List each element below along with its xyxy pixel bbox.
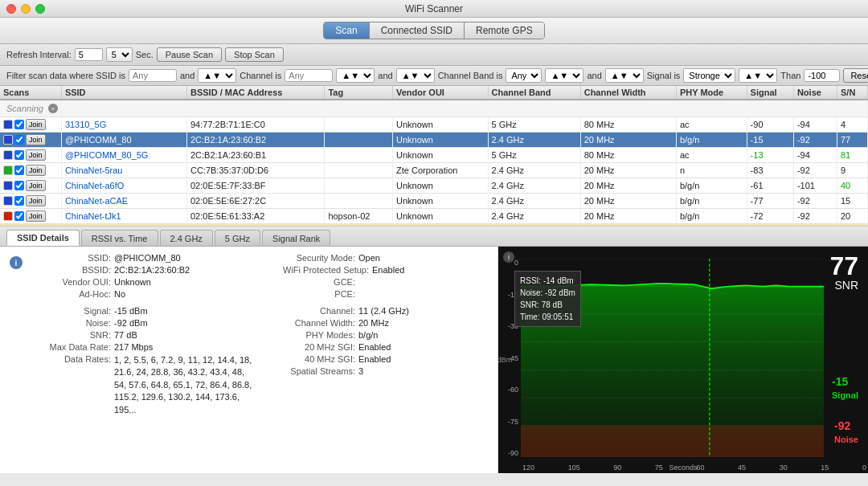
chanwidth-value: 20 MHz [358,318,389,328]
col-vendor: Vendor OUI [393,86,489,100]
cell-scan: Join [0,133,61,148]
cell-signal: -90 [747,117,793,133]
cell-scan: Join [0,209,61,224]
pause-scan-button[interactable]: Pause Scan [157,47,222,62]
cell-bssid: 02:0E:5E:6E:27:2C [186,194,324,209]
chart-signal-label: Signal [832,390,858,400]
cell-scan: Join [0,117,61,133]
refresh-interval-input[interactable] [75,48,103,61]
table-row[interactable]: Join @PHICOMM_80 2C:B2:1A:23:60:B2 Unkno… [0,133,868,148]
x-label-30: 30 [780,464,788,472]
spatial-value: 3 [358,366,363,376]
x-label-90: 90 [613,464,621,472]
minimize-button[interactable] [21,4,31,14]
close-button[interactable] [6,4,16,14]
cell-width: 20 MHz [580,163,676,178]
col-phy: PHY Mode [676,86,747,100]
refresh-interval-select[interactable]: 5 [106,47,133,62]
cell-width: 80 MHz [580,117,676,133]
y-label-75: -75 [508,418,518,426]
signal-filter-updown[interactable]: ▲▼ [605,68,644,83]
cell-sn: 40 [837,178,867,194]
signal-strength-updown[interactable]: ▲▼ [739,68,777,83]
band-filter-updown[interactable]: ▲▼ [396,68,435,83]
y-label-15: -15 [508,291,518,299]
cell-scan: Join [0,163,61,178]
channel-band-updown[interactable]: ▲▼ [545,68,583,83]
table-row[interactable]: Join 31310_5G 94:77:2B:71:1E:C0 Unknown … [0,117,868,133]
cell-band: 5 GHz [488,148,580,163]
scanning-row: Scanning × [0,100,868,117]
tab-ssid-details[interactable]: SSID Details [6,230,80,246]
signal-filter-select[interactable]: Stronger [683,68,735,83]
signal-is-label: Signal is [647,71,681,80]
x-label-105: 105 [568,464,580,472]
cell-ssid: ChinaNet-aCAE [61,194,186,209]
channel-band-select[interactable]: Any [506,68,542,83]
stop-scanning-btn[interactable]: × [48,104,58,113]
col-noise: Noise [793,86,837,100]
tab-rssi-time[interactable]: RSSI vs. Time [81,230,158,246]
bssid-label: BSSID: [39,265,111,275]
col-band: Channel Band [488,86,580,100]
ssid-label: SSID: [39,253,111,263]
col-width: Channel Width [580,86,676,100]
table-header: Scans SSID BSSID / MAC Address Tag Vendo… [0,86,868,100]
snr-detail-label: SNR: [39,330,111,340]
cell-signal: -13 [747,148,793,163]
adhoc-value: No [114,289,125,299]
spatial-label: Spatial Streams: [283,366,355,376]
cell-bssid: 02:0E:5E:61:33:A2 [186,209,324,224]
table-row[interactable]: Join ChinaNet-a6fO 02:0E:5E:7F:33:BF Unk… [0,178,868,194]
cell-noise: -94 [793,117,837,133]
tab-signal-rank[interactable]: Signal Rank [262,230,330,246]
cell-width: 20 MHz [580,194,676,209]
noise-detail-value: -92 dBm [114,318,148,328]
table-row[interactable]: Join @PHICOMM_80_5G 2C:B2:1A:23:60:B1 Un… [0,148,868,163]
cell-band: 2.4 GHz [488,209,580,224]
y-label-60: -60 [508,386,518,394]
table-row[interactable]: Join ChinaNet-tJk1 02:0E:5E:61:33:A2 hop… [0,209,868,224]
tab-connected-ssid[interactable]: Connected SSID [370,22,465,39]
chart-info-icon[interactable]: i [503,251,514,263]
cell-band: 5 GHz [488,117,580,133]
cell-signal: -15 [747,133,793,148]
col-sn: S/N [837,86,867,100]
channel-filter-select[interactable]: ▲▼ [336,68,375,83]
tab-remote-gps[interactable]: Remote GPS [465,22,544,39]
main-tabs: Scan Connected SSID Remote GPS [323,22,544,39]
wps-label: WiFi Protected Setup: [283,265,369,275]
cell-ssid: ChinaNet-a6fO [61,178,186,194]
stop-scan-button[interactable]: Stop Scan [225,47,284,62]
tab-2ghz[interactable]: 2.4 GHz [160,230,213,246]
channel-filter-updown[interactable]: ▲▼ [198,68,236,83]
maximize-button[interactable] [35,4,45,14]
tab-scan[interactable]: Scan [324,22,369,39]
than-input[interactable] [804,69,840,82]
table-row[interactable]: Join ChinaNet-aCAE 02:0E:5E:6E:27:2C Unk… [0,194,868,209]
reset-filter-button[interactable]: Reset Filter [843,68,868,83]
cell-ssid: @PHICOMM_80_5G [61,148,186,163]
cell-ssid: 31310_5G [61,117,186,133]
sec-label: Sec. [136,50,154,59]
chart-svg [521,259,824,457]
phymodes-label: PHY Modes: [283,330,355,340]
col-tag: Tag [325,86,393,100]
channel-filter-input[interactable] [285,69,333,82]
noise-detail-label: Noise: [39,318,111,328]
cell-band: 2.4 GHz [488,194,580,209]
channel-value: 11 (2.4 GHz) [358,306,409,316]
cell-bssid: 2C:B2:1A:23:60:B2 [186,133,324,148]
gce-label: GCE: [283,277,355,287]
tab-5ghz[interactable]: 5 GHz [215,230,260,246]
cell-band: 2.4 GHz [488,178,580,194]
cell-phy: b/g/n [676,194,747,209]
y-axis-label: dBm [498,356,512,364]
table-row[interactable]: Join ChinaNet-5rau CC:7B:35:37:0D:D6 Zte… [0,163,868,178]
ssid-filter-input[interactable] [129,69,177,82]
security-value: Open [358,253,380,263]
cell-noise: -92 [793,163,837,178]
x-axis-label: Seconds [669,464,697,472]
cell-tag [325,194,393,209]
cell-ssid: ChinaNet-5rau [61,163,186,178]
